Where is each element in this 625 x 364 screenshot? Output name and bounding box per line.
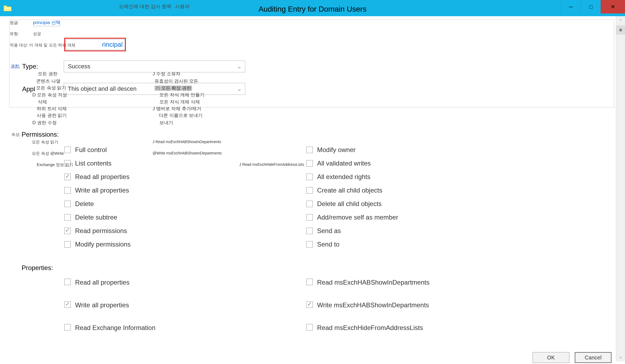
- window-controls: ─ □ ✕: [561, 0, 625, 14]
- subtitle-ko: 도메인에 대한 감사 항목: [119, 3, 172, 10]
- checkbox-row: All validated writes: [306, 157, 398, 170]
- checkbox-label: All validated writes: [317, 160, 371, 167]
- properties-header: Properties:: [22, 264, 53, 272]
- checkbox[interactable]: [306, 279, 313, 285]
- checkbox-row: Delete all child objects: [306, 197, 398, 211]
- type-value-ko: 성공: [33, 31, 41, 36]
- scrollbar-vertical[interactable]: ⌃ ≡ ⌄: [616, 16, 625, 361]
- checkbox[interactable]: [64, 279, 71, 285]
- close-button[interactable]: ✕: [601, 0, 625, 14]
- checkbox[interactable]: [306, 147, 313, 153]
- applies-label-ko: 적용 대상:: [10, 43, 28, 48]
- checkbox[interactable]: [64, 241, 71, 248]
- type-label-ko: 유형:: [10, 31, 19, 36]
- checkbox[interactable]: [306, 187, 313, 194]
- applies-dropdown-value: This object and all descen: [68, 85, 136, 92]
- checkbox-label: Add/remove self as member: [317, 214, 398, 221]
- properties-label-ko: 속성:: [11, 132, 21, 137]
- principal-label-ko: 원글:: [10, 20, 19, 25]
- chevron-down-icon: ⌄: [237, 63, 242, 70]
- checkbox[interactable]: [306, 174, 313, 180]
- checkbox-row: Read msExchHideFromAddressLists: [306, 322, 429, 345]
- checkbox-row: Delete subtree: [64, 211, 130, 224]
- checkbox-label: Read msExchHABShowInDepartments: [317, 279, 429, 286]
- checkbox-label: Read all properties: [75, 173, 129, 181]
- checkbox[interactable]: [306, 201, 313, 207]
- checkbox-label: Read msExchHideFromAddressLists: [317, 324, 423, 332]
- permissions-col-left: Full controlList contentsRead all proper…: [64, 143, 130, 251]
- checkbox[interactable]: [64, 214, 71, 221]
- checkbox-row: Send as: [306, 224, 398, 238]
- select-principal-text: rincipal: [66, 39, 125, 50]
- checkbox-label: Send as: [317, 227, 341, 235]
- permissions-link-ko[interactable]: 권한:: [11, 64, 20, 69]
- properties-col-left: Read all propertiesWrite all propertiesR…: [64, 277, 156, 345]
- checkbox-row: List contents: [64, 157, 130, 170]
- checkbox[interactable]: [64, 201, 71, 207]
- chevron-down-icon: ⌄: [237, 85, 242, 92]
- checkbox-label: Read permissions: [75, 227, 127, 235]
- checkbox-label: Modify owner: [317, 146, 356, 154]
- type-dropdown-value: Success: [68, 63, 90, 70]
- checkbox[interactable]: [306, 228, 313, 234]
- checkbox-row: Read msExchHABShowInDepartments: [306, 277, 429, 300]
- checkbox[interactable]: [306, 324, 313, 331]
- checkbox[interactable]: [64, 147, 71, 153]
- checkbox-label: Write all properties: [75, 187, 129, 194]
- checkbox-row: Full control: [64, 143, 130, 157]
- window-title: Auditing Entry for Domain Users: [258, 5, 367, 14]
- checkbox-label: Modify permissions: [75, 241, 130, 248]
- subtitle-user: 사용자: [175, 3, 190, 10]
- scroll-up-icon[interactable]: ⌃: [616, 16, 625, 25]
- scroll-options-icon[interactable]: ≡: [616, 25, 625, 35]
- checkbox[interactable]: [306, 241, 313, 248]
- checkbox[interactable]: [64, 187, 71, 194]
- checkbox-row: All extended rights: [306, 170, 398, 184]
- checkbox[interactable]: [64, 228, 71, 234]
- permissions-header: Permissions:: [22, 131, 59, 138]
- scroll-down-icon[interactable]: ⌄: [616, 352, 625, 361]
- ok-button[interactable]: OK: [533, 352, 569, 363]
- checkbox-label: Send to: [317, 241, 340, 248]
- checkbox-label: Write all properties: [75, 301, 129, 309]
- checkbox-row: Write msExchHABShowInDepartments: [306, 300, 429, 322]
- checkbox-row: Add/remove self as member: [306, 211, 398, 224]
- checkbox-label: Write msExchHABShowInDepartments: [317, 301, 429, 309]
- checkbox[interactable]: [306, 214, 313, 221]
- permissions-col-right: Modify ownerAll validated writesAll exte…: [306, 143, 398, 251]
- checkbox[interactable]: [64, 301, 71, 308]
- checkbox-row: Read Exchange Information: [64, 322, 156, 345]
- checkbox-row: Read permissions: [64, 224, 130, 238]
- checkbox-row: Read all properties: [64, 277, 156, 300]
- checkbox-label: Delete subtree: [75, 214, 117, 221]
- checkbox-row: Modify owner: [306, 143, 398, 157]
- type-label: Type:: [22, 63, 38, 70]
- checkbox[interactable]: [306, 160, 313, 167]
- checkbox-row: Send to: [306, 238, 398, 251]
- checkbox-row: Delete: [64, 197, 130, 211]
- checkbox-row: Modify permissions: [64, 238, 130, 251]
- folder-icon: [3, 5, 12, 12]
- checkbox-label: All extended rights: [317, 173, 370, 181]
- principal-select-link[interactable]: principia 선택: [33, 19, 61, 26]
- cancel-button[interactable]: Cancel: [575, 352, 611, 363]
- checkbox-row: Create all child objects: [306, 184, 398, 197]
- maximize-button[interactable]: □: [581, 0, 601, 14]
- checkbox[interactable]: [306, 301, 313, 308]
- checkbox-label: Create all child objects: [317, 187, 382, 194]
- box-cut: [347, 107, 614, 109]
- checkbox-row: Write all properties: [64, 300, 156, 322]
- checkbox[interactable]: [64, 174, 71, 180]
- checkbox[interactable]: [64, 324, 71, 331]
- checkbox-row: Read all properties: [64, 170, 130, 184]
- ghost-highlight: 기 모든 확장 권한: [154, 85, 192, 91]
- properties-col-right: Read msExchHABShowInDepartmentsWrite msE…: [306, 277, 429, 345]
- checkbox-label: Read Exchange Information: [75, 324, 156, 332]
- titlebar: 도메인에 대한 감사 항목 사용자 Auditing Entry for Dom…: [0, 0, 625, 16]
- select-principal-link[interactable]: rincipal: [64, 38, 126, 51]
- checkbox-row: Write all properties: [64, 184, 130, 197]
- minimize-button[interactable]: ─: [561, 0, 581, 14]
- checkbox-label: Delete: [75, 200, 94, 208]
- dialog-buttons: OK Cancel: [533, 352, 611, 363]
- checkbox-label: Read all properties: [75, 279, 129, 286]
